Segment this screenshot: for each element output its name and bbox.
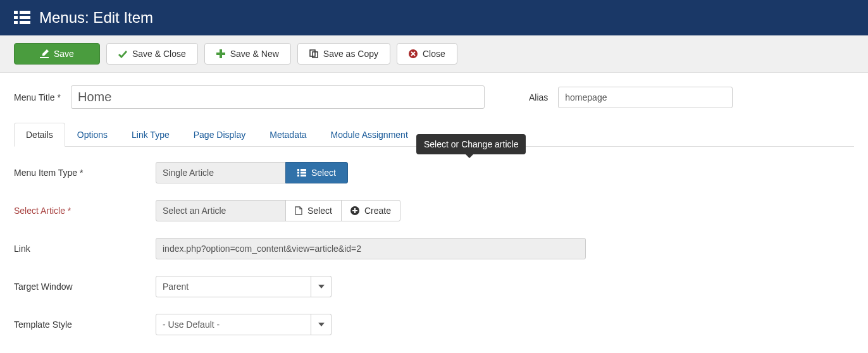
save-copy-button[interactable]: Save as Copy [297,43,390,65]
template-style-value: - Use Default - [156,314,311,335]
svg-rect-11 [297,169,299,171]
svg-rect-4 [14,21,18,24]
field-target-window: Target Window Parent [14,276,854,297]
svg-rect-19 [352,210,357,211]
select-article-button[interactable]: Select [285,200,342,221]
svg-rect-7 [216,53,225,55]
link-label: Link [14,244,156,254]
list-icon [297,169,306,176]
copy-icon [309,49,318,58]
field-menu-item-type: Menu Item Type * Single Article Select S… [14,162,854,183]
check-icon [118,49,127,58]
tab-link-type[interactable]: Link Type [120,123,182,146]
svg-rect-2 [14,16,18,19]
menu-item-type-value: Single Article [156,162,286,183]
close-button[interactable]: Close [397,43,457,65]
pencil-square-icon [40,49,49,58]
file-icon [295,206,302,215]
link-value: index.php?option=com_content&view=articl… [156,238,586,259]
target-window-select[interactable]: Parent [156,276,332,297]
select-article-value: Select an Article [156,200,286,221]
target-window-value: Parent [156,276,311,297]
svg-rect-16 [301,175,306,176]
menu-item-type-label: Menu Item Type * [14,168,156,178]
menu-title-label: Menu Title [14,92,61,102]
select-article-label: Select Article * [14,206,156,216]
save-new-button[interactable]: Save & New [204,43,291,65]
toolbar: Save Save & Close Save & New Save as Cop… [0,35,868,73]
header-bar: Menus: Edit Item [0,0,868,35]
target-window-label: Target Window [14,282,156,292]
list-icon [14,11,30,25]
alias-label: Alias [529,92,548,102]
svg-rect-5 [20,21,30,24]
tab-metadata[interactable]: Metadata [257,123,318,146]
page-title: Menus: Edit Item [39,9,153,27]
chevron-down-icon[interactable] [311,314,332,335]
svg-rect-3 [20,16,30,19]
plus-icon [216,49,225,58]
field-template-style: Template Style - Use Default - [14,314,854,335]
title-row: Menu Title Alias [14,85,854,109]
template-style-select[interactable]: - Use Default - [156,314,332,335]
svg-rect-13 [297,172,299,174]
tab-module-assignment[interactable]: Module Assignment [319,123,420,146]
content-area: Menu Title Alias Details Options Link Ty… [0,73,868,353]
tab-details[interactable]: Details [14,123,65,147]
tab-page-display[interactable]: Page Display [182,123,258,146]
svg-rect-14 [301,172,306,174]
svg-rect-15 [297,175,299,176]
template-style-label: Template Style [14,319,156,330]
menu-item-type-select-button[interactable]: Select [285,162,348,183]
svg-rect-0 [14,11,18,14]
field-select-article: Select Article * Select an Article Selec… [14,200,854,221]
plus-circle-icon [350,206,359,215]
tooltip-select-article: Select or Change article [416,134,526,154]
save-close-button[interactable]: Save & Close [106,43,198,65]
tab-options[interactable]: Options [65,123,120,146]
cancel-circle-icon [409,49,418,58]
menu-title-input[interactable] [71,85,485,109]
field-link: Link index.php?option=com_content&view=a… [14,238,854,259]
create-article-button[interactable]: Create [341,200,400,221]
svg-rect-1 [20,11,30,14]
save-button[interactable]: Save [14,43,100,65]
svg-rect-12 [301,169,306,171]
chevron-down-icon[interactable] [311,276,332,297]
alias-input[interactable] [558,87,733,108]
